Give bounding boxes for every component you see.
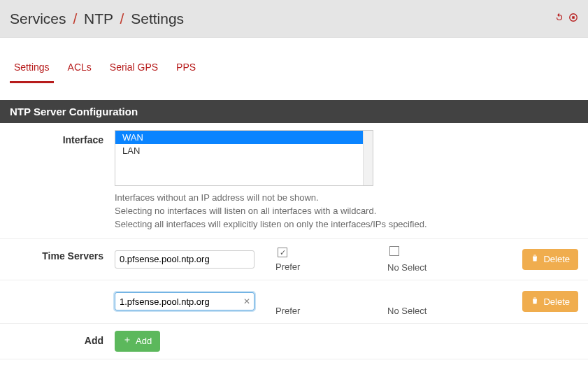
breadcrumb-sep: / bbox=[120, 10, 124, 27]
time-servers-label: Time Servers bbox=[10, 246, 115, 262]
noselect-checkbox[interactable] bbox=[389, 246, 399, 256]
add-button[interactable]: Add bbox=[115, 331, 160, 352]
tab-settings[interactable]: Settings bbox=[10, 59, 54, 83]
trash-icon bbox=[531, 254, 539, 264]
prefer-checkbox[interactable] bbox=[278, 248, 287, 257]
delete-button[interactable]: Delete bbox=[522, 249, 578, 270]
breadcrumb-ntp[interactable]: NTP bbox=[84, 10, 113, 27]
interface-option-lan[interactable]: LAN bbox=[115, 144, 373, 157]
time-servers-label-empty bbox=[10, 287, 115, 292]
add-label: Add bbox=[10, 331, 115, 346]
scrollbar[interactable] bbox=[363, 131, 373, 185]
svg-rect-1 bbox=[572, 16, 575, 19]
restart-service-icon[interactable] bbox=[554, 13, 564, 24]
interface-help: Interfaces without an IP address will no… bbox=[115, 192, 548, 231]
time-server-input[interactable] bbox=[115, 292, 254, 310]
stop-service-icon[interactable] bbox=[568, 13, 578, 24]
delete-label: Delete bbox=[543, 254, 570, 264]
tab-serial-gps[interactable]: Serial GPS bbox=[106, 59, 162, 83]
clear-input-icon[interactable]: ✕ bbox=[243, 296, 250, 306]
plus-icon bbox=[123, 336, 131, 346]
breadcrumb-sep: / bbox=[73, 10, 77, 27]
interface-label: Interface bbox=[10, 130, 115, 145]
prefer-label: Prefer bbox=[275, 262, 387, 272]
tab-pps[interactable]: PPS bbox=[172, 59, 200, 83]
tab-bar: Settings ACLs Serial GPS PPS bbox=[0, 38, 588, 90]
noselect-label: No Select bbox=[387, 262, 499, 273]
help-line: Interfaces without an IP address will no… bbox=[115, 192, 548, 205]
panel-title: NTP Server Configuration bbox=[0, 100, 588, 123]
breadcrumb: Services / NTP / Settings bbox=[10, 10, 184, 27]
page-header: Services / NTP / Settings bbox=[0, 0, 588, 38]
help-line: Selecting no interfaces will listen on a… bbox=[115, 205, 548, 218]
time-server-input[interactable] bbox=[115, 250, 254, 269]
help-line: Selecting all interfaces will explicitly… bbox=[115, 218, 548, 231]
interface-option-wan[interactable]: WAN bbox=[115, 131, 373, 144]
noselect-label: No Select bbox=[387, 306, 499, 316]
prefer-label: Prefer bbox=[275, 306, 387, 316]
row-interface: Interface WAN LAN Interfaces without an … bbox=[0, 123, 588, 239]
tab-acls[interactable]: ACLs bbox=[64, 59, 96, 83]
delete-button[interactable]: Delete bbox=[522, 291, 578, 312]
header-actions bbox=[554, 13, 578, 24]
interface-select[interactable]: WAN LAN bbox=[115, 130, 373, 186]
row-time-server: ✕ Prefer No Select Delete bbox=[0, 280, 588, 324]
breadcrumb-settings: Settings bbox=[131, 10, 184, 27]
row-time-server: Time Servers Prefer No Select bbox=[0, 239, 588, 280]
add-button-label: Add bbox=[136, 336, 152, 346]
delete-label: Delete bbox=[543, 296, 570, 307]
row-add: Add Add bbox=[0, 324, 588, 359]
trash-icon bbox=[531, 296, 539, 307]
breadcrumb-services[interactable]: Services bbox=[10, 10, 66, 27]
